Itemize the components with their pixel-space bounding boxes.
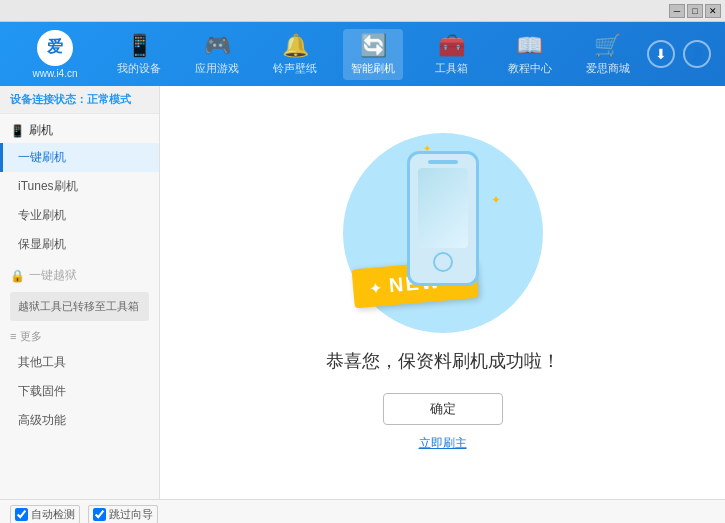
nav-toolbox[interactable]: 🧰 工具箱 [422,29,482,80]
reflash-link[interactable]: 立即刷主 [419,435,467,452]
nav-mall[interactable]: 🛒 爱思商城 [578,29,638,80]
auto-detect-checkbox[interactable]: 自动检测 [10,505,80,523]
auto-detect-input[interactable] [15,508,28,521]
sidebar-item-advanced[interactable]: 高级功能 [0,406,159,435]
status-value: 正常模式 [87,93,131,105]
apps-games-label: 应用游戏 [195,61,239,76]
nav-tutorials[interactable]: 📖 教程中心 [500,29,560,80]
mall-icon: 🛒 [594,33,621,59]
main-layout: 设备连接状态：正常模式 📱 刷机 一键刷机 iTunes刷机 专业刷机 保显刷机 [0,86,725,499]
nav-right: ⬇ 👤 [647,40,711,68]
smart-flash-label: 智能刷机 [351,61,395,76]
jailbreak-section: 🔒 一键越狱 越狱工具已转移至工具箱 [0,263,159,321]
apps-games-icon: 🎮 [204,33,231,59]
sidebar-item-other-tools[interactable]: 其他工具 [0,348,159,377]
logo-icon: 爱 [37,30,73,66]
ringtones-label: 铃声壁纸 [273,61,317,76]
jailbreak-header: 🔒 一键越狱 [0,263,159,288]
sidebar-item-pro-flash[interactable]: 专业刷机 [0,201,159,230]
sidebar-item-one-click-flash[interactable]: 一键刷机 [0,143,159,172]
account-button[interactable]: 👤 [683,40,711,68]
flash-section: 📱 刷机 一键刷机 iTunes刷机 专业刷机 保显刷机 [0,118,159,259]
logo-area[interactable]: 爱 www.i4.cn [10,30,100,79]
phone-illustration: ✦ ✦ ✦ NEW [343,133,543,333]
smart-flash-icon: 🔄 [360,33,387,59]
my-device-icon: 📱 [126,33,153,59]
full-bottom: 自动检测 跳过向导 📱 iPhone 12 mini 64GB Down-12m… [0,499,725,523]
lock-icon: 🔒 [10,269,25,283]
toolbox-icon: 🧰 [438,33,465,59]
download-button[interactable]: ⬇ [647,40,675,68]
title-bar: ─ □ ✕ [0,0,725,22]
jailbreak-notice: 越狱工具已转移至工具箱 [10,292,149,321]
advanced-label: 高级功能 [18,412,66,429]
tutorials-icon: 📖 [516,33,543,59]
flash-label: 刷机 [29,122,53,139]
pro-flash-label: 专业刷机 [18,207,66,224]
close-button[interactable]: ✕ [705,4,721,18]
content-area: ✦ ✦ ✦ NEW 恭喜您，保资料刷机成功啦！ 确定 立即刷主 [160,86,725,499]
nav-apps-games[interactable]: 🎮 应用游戏 [187,29,247,80]
nav-my-device[interactable]: 📱 我的设备 [109,29,169,80]
nav-ringtones[interactable]: 🔔 铃声壁纸 [265,29,325,80]
more-section: ≡ 更多 其他工具 下载固件 高级功能 [0,325,159,435]
more-header: ≡ 更多 [0,325,159,348]
other-tools-label: 其他工具 [18,354,66,371]
guided-label: 跳过向导 [109,507,153,522]
logo-subtitle: www.i4.cn [32,68,77,79]
tutorials-label: 教程中心 [508,61,552,76]
status-label: 设备连接状态： [10,93,87,105]
minimize-button[interactable]: ─ [669,4,685,18]
confirm-button[interactable]: 确定 [383,393,503,425]
sidebar-item-download-firmware[interactable]: 下载固件 [0,377,159,406]
jailbreak-label: 一键越狱 [29,267,77,284]
flash-section-header: 📱 刷机 [0,118,159,143]
more-label: 更多 [20,329,42,344]
sidebar-item-itunes-flash[interactable]: iTunes刷机 [0,172,159,201]
nav-smart-flash[interactable]: 🔄 智能刷机 [343,29,403,80]
toolbox-label: 工具箱 [435,61,468,76]
sidebar: 设备连接状态：正常模式 📱 刷机 一键刷机 iTunes刷机 专业刷机 保显刷机 [0,86,160,499]
guided-input[interactable] [93,508,106,521]
mall-label: 爱思商城 [586,61,630,76]
sidebar-item-save-flash[interactable]: 保显刷机 [0,230,159,259]
my-device-label: 我的设备 [117,61,161,76]
header: 爱 www.i4.cn 📱 我的设备 🎮 应用游戏 🔔 铃声壁纸 🔄 智能刷机 … [0,22,725,86]
guided-checkbox[interactable]: 跳过向导 [88,505,158,523]
auto-detect-label: 自动检测 [31,507,75,522]
ringtones-icon: 🔔 [282,33,309,59]
more-icon: ≡ [10,330,16,342]
flash-icon: 📱 [10,124,25,138]
sparkle-2: ✦ [491,193,501,207]
save-flash-label: 保显刷机 [18,236,66,253]
one-click-flash-label: 一键刷机 [18,149,66,166]
download-firmware-label: 下载固件 [18,383,66,400]
nav-items: 📱 我的设备 🎮 应用游戏 🔔 铃声壁纸 🔄 智能刷机 🧰 工具箱 📖 教程中心… [100,29,647,80]
maximize-button[interactable]: □ [687,4,703,18]
connection-status: 设备连接状态：正常模式 [0,86,159,114]
itunes-flash-label: iTunes刷机 [18,178,78,195]
success-message: 恭喜您，保资料刷机成功啦！ [326,349,560,373]
